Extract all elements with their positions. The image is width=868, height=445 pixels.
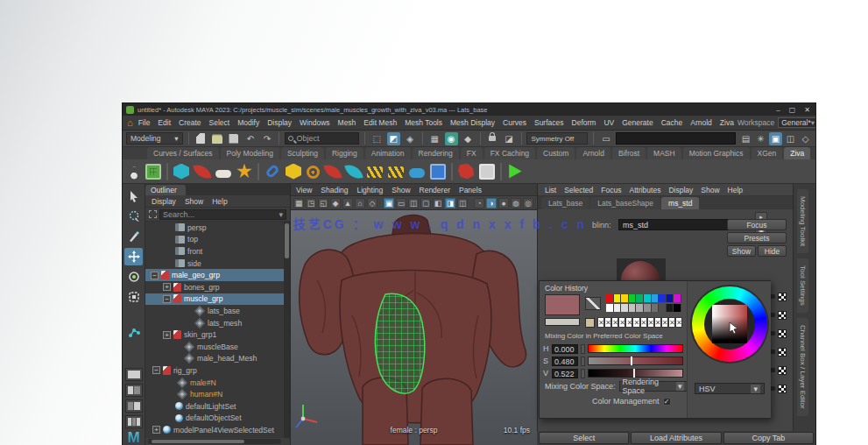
outliner-menu-item[interactable]: Help bbox=[212, 197, 227, 206]
shelf-tool-icon[interactable] bbox=[166, 163, 168, 180]
palette-swatch[interactable] bbox=[629, 304, 637, 312]
shelf-tab[interactable]: Bifrost bbox=[612, 147, 646, 159]
focus-button[interactable]: Focus bbox=[727, 219, 787, 230]
viewport-toolbar-icon[interactable]: ◎ bbox=[523, 198, 533, 208]
wheel-mode-dropdown[interactable]: HSV ▾ bbox=[695, 383, 765, 394]
outliner-menu-item[interactable]: Show bbox=[185, 197, 203, 206]
menu-item[interactable]: File bbox=[138, 118, 151, 127]
rotate-tool-icon[interactable] bbox=[124, 268, 143, 286]
empty-history-swatch[interactable]: ✕ bbox=[661, 317, 668, 328]
hide-button[interactable]: Hide bbox=[758, 245, 787, 257]
outliner-vertical-scrollbar[interactable] bbox=[284, 222, 290, 438]
new-scene-button[interactable] bbox=[194, 132, 207, 145]
empty-history-swatch[interactable]: ✕ bbox=[604, 317, 611, 328]
outliner-item[interactable]: side bbox=[145, 258, 284, 270]
shelf-tool-icon[interactable] bbox=[145, 164, 161, 180]
eyedropper-button[interactable] bbox=[585, 297, 601, 310]
viewport-toolbar-icon[interactable]: ▦ bbox=[293, 198, 304, 208]
menu-item[interactable]: Curves bbox=[503, 118, 526, 127]
sidebar-vertical-tab[interactable]: Channel Box / Layer Editor bbox=[797, 318, 808, 416]
paint-select-tool-icon[interactable] bbox=[124, 228, 143, 245]
lock-selection-icon[interactable] bbox=[486, 132, 499, 145]
palette-swatch[interactable] bbox=[636, 294, 644, 302]
empty-history-swatch[interactable]: ✕ bbox=[668, 317, 675, 328]
viewport-toolbar-icon[interactable]: ◳ bbox=[306, 198, 316, 208]
viewport-menu-item[interactable]: Renderer bbox=[420, 186, 450, 194]
empty-history-swatch[interactable]: ✕ bbox=[597, 317, 604, 328]
map-button[interactable] bbox=[778, 348, 787, 357]
menu-item[interactable]: Generate bbox=[622, 118, 653, 127]
shelf-tab[interactable]: Motion Graphics bbox=[683, 147, 750, 159]
palette-swatch[interactable] bbox=[644, 304, 652, 312]
shelf-menu-handle[interactable]: −⚪ bbox=[128, 161, 140, 182]
viewport-toolbar-icon[interactable]: ▭ bbox=[396, 198, 406, 208]
snap-curve-button[interactable]: ◉ bbox=[445, 132, 458, 145]
palette-swatch[interactable] bbox=[614, 294, 622, 302]
scale-tool-icon[interactable] bbox=[124, 288, 143, 306]
shelf-tab[interactable]: Rendering bbox=[413, 147, 459, 159]
empty-history-swatch[interactable]: ✕ bbox=[647, 317, 654, 328]
ae-bottom-button[interactable]: Select bbox=[539, 432, 629, 444]
slider-value-field[interactable]: 0.522 bbox=[552, 369, 578, 378]
map-button[interactable] bbox=[778, 311, 787, 320]
shelf-tool-icon[interactable] bbox=[479, 164, 495, 180]
outliner-item[interactable]: lats_mesh bbox=[145, 317, 284, 329]
shelf-tool-icon[interactable] bbox=[193, 162, 211, 180]
show-button[interactable]: Show bbox=[727, 245, 756, 257]
slider-stepper[interactable] bbox=[581, 344, 585, 354]
palette-swatch[interactable] bbox=[652, 294, 660, 302]
shelf-tool-icon[interactable] bbox=[215, 170, 231, 178]
empty-history-swatch[interactable]: ✕ bbox=[632, 317, 639, 328]
shelf-tool-icon[interactable] bbox=[323, 162, 342, 180]
menu-item[interactable]: Surfaces bbox=[534, 118, 564, 127]
shelf-tab[interactable]: FX Caching bbox=[484, 147, 535, 159]
viewport-toolbar-icon[interactable]: ◧ bbox=[433, 198, 443, 208]
viewport-toolbar-icon[interactable]: ⌂ bbox=[355, 198, 365, 208]
expand-toggle[interactable]: − bbox=[151, 272, 159, 279]
menu-item[interactable]: Deform bbox=[572, 118, 596, 127]
shelf-tab[interactable]: Ziva bbox=[784, 147, 810, 159]
layout-outliner-pane-button[interactable] bbox=[125, 415, 143, 428]
empty-history-swatch[interactable]: ✕ bbox=[611, 317, 618, 328]
outliner-item[interactable]: top bbox=[145, 234, 284, 246]
empty-history-swatch[interactable]: ✕ bbox=[654, 317, 661, 328]
quick-input-field[interactable] bbox=[616, 132, 736, 145]
minimize-button[interactable]: – bbox=[776, 106, 780, 114]
ae-menu-item[interactable]: List bbox=[545, 186, 556, 194]
shelf-tool-icon[interactable] bbox=[458, 164, 474, 180]
hue-wheel[interactable] bbox=[692, 286, 767, 362]
outliner-item[interactable]: front bbox=[145, 245, 284, 258]
stack-button[interactable]: ◇ bbox=[799, 132, 812, 145]
ae-menu-item[interactable]: Attributes bbox=[629, 186, 660, 194]
shelf-tab[interactable]: FX bbox=[461, 147, 483, 159]
menu-item[interactable]: Mesh Tools bbox=[405, 118, 442, 127]
snap-grid-button[interactable]: ▦ bbox=[428, 132, 441, 145]
palette-swatch[interactable] bbox=[659, 294, 667, 302]
expand-toggle[interactable]: + bbox=[163, 283, 171, 291]
shelf-tab[interactable]: Rigging bbox=[326, 147, 363, 159]
menu-item[interactable]: Edit Mesh bbox=[363, 118, 397, 127]
empty-history-swatch[interactable]: ✕ bbox=[625, 317, 632, 328]
symmetry-dropdown[interactable]: Symmetry Off bbox=[526, 132, 588, 145]
outliner-item[interactable]: defaultObjectSet bbox=[145, 413, 284, 425]
shelf-tab[interactable]: MASH bbox=[647, 147, 681, 159]
palette-swatch[interactable] bbox=[644, 294, 652, 302]
palette-swatch[interactable] bbox=[636, 304, 644, 312]
highlight-selection-button[interactable]: ◪ bbox=[503, 132, 516, 145]
menu-item[interactable]: Windows bbox=[300, 118, 329, 127]
redo-button[interactable]: ↷ bbox=[260, 132, 273, 145]
viewport-menu-item[interactable]: View bbox=[296, 186, 312, 194]
ae-bottom-button[interactable]: Copy Tab bbox=[723, 432, 814, 444]
expand-toggle[interactable]: − bbox=[163, 295, 171, 303]
move-tool-icon[interactable] bbox=[124, 248, 143, 265]
select-by-name-input[interactable]: Object bbox=[285, 132, 358, 145]
shelf-tab[interactable]: XGen bbox=[752, 147, 783, 159]
viewport-toolbar-icon[interactable]: ◇ bbox=[367, 198, 378, 208]
shelf-tool-icon[interactable] bbox=[173, 164, 189, 180]
layout-two-pane-button[interactable] bbox=[125, 399, 143, 413]
shelf-tool-icon[interactable] bbox=[451, 163, 453, 180]
palette-swatch[interactable] bbox=[621, 304, 629, 312]
viewport-menu-item[interactable]: Panels bbox=[459, 186, 482, 194]
outliner-item[interactable]: + bones_grp bbox=[145, 281, 284, 293]
beige-swatch[interactable] bbox=[585, 318, 595, 328]
